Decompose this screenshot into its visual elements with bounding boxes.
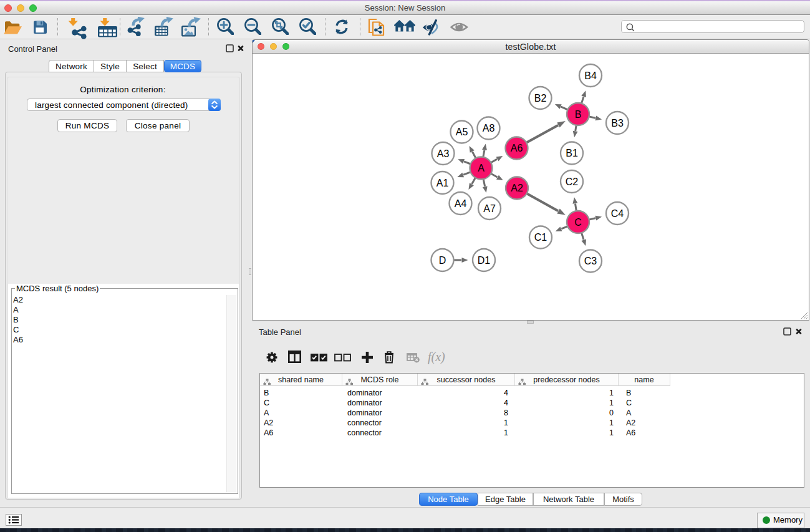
svg-text:A7: A7 — [483, 203, 496, 214]
svg-text:B4: B4 — [584, 70, 597, 81]
svg-text:A1: A1 — [436, 178, 449, 188]
svg-text:C2: C2 — [566, 177, 579, 187]
svg-text:D1: D1 — [478, 255, 491, 266]
svg-text:A4: A4 — [455, 198, 467, 209]
svg-text:B2: B2 — [534, 93, 547, 104]
svg-text:B1: B1 — [566, 148, 578, 158]
svg-text:A2: A2 — [511, 183, 523, 193]
svg-text:C1: C1 — [534, 232, 547, 243]
svg-text:B: B — [575, 109, 582, 120]
svg-text:C4: C4 — [611, 208, 624, 219]
svg-text:B3: B3 — [611, 118, 624, 128]
svg-text:C3: C3 — [584, 256, 597, 266]
svg-text:A5: A5 — [456, 127, 468, 137]
svg-text:A8: A8 — [483, 123, 495, 133]
svg-text:A3: A3 — [437, 148, 450, 159]
svg-text:D: D — [439, 255, 446, 266]
svg-text:A: A — [478, 163, 485, 173]
svg-text:A6: A6 — [511, 143, 523, 153]
svg-text:C: C — [574, 217, 582, 228]
